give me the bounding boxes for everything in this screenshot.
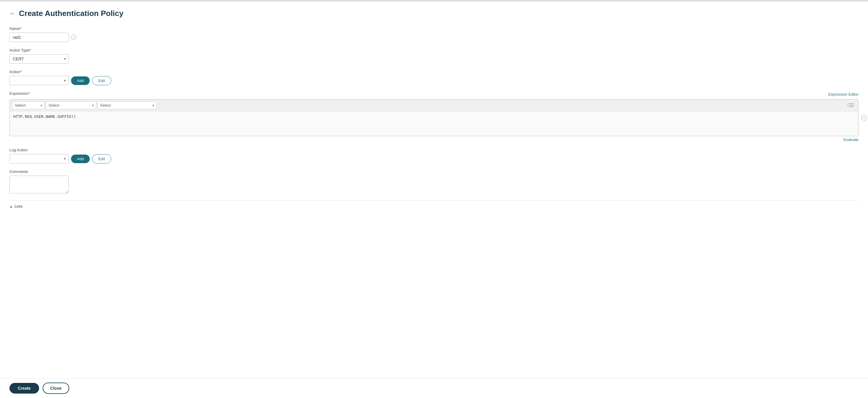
page-wrapper: ← Create Authentication Policy Name* i A…: [0, 0, 868, 398]
page-title: Create Authentication Policy: [19, 9, 123, 18]
expression-info-icon[interactable]: i: [862, 115, 867, 121]
log-action-group: Log Action ▾ Add Edit: [9, 148, 859, 163]
log-action-label: Log Action: [9, 148, 859, 152]
action-group: Action* ▾ Add Edit: [9, 69, 859, 85]
less-arrow-icon: ▲: [9, 205, 13, 208]
name-info-icon[interactable]: i: [71, 35, 76, 40]
name-label: Name*: [9, 26, 859, 31]
name-group: Name* i: [9, 26, 859, 42]
name-input[interactable]: [9, 33, 69, 42]
comments-label: Comments: [9, 170, 859, 174]
expression-outer: Select ▾ Select ▾: [9, 99, 859, 136]
action-type-group: Action Type* CERT RADIUS LDAP LOCAL ▾: [9, 48, 859, 64]
action-type-select-wrapper: CERT RADIUS LDAP LOCAL ▾: [9, 54, 69, 64]
add-log-button[interactable]: Add: [71, 155, 90, 163]
create-button[interactable]: Create: [9, 383, 39, 394]
main-content: ← Create Authentication Policy Name* i A…: [0, 2, 868, 398]
evaluate-link[interactable]: Evaluate: [843, 137, 859, 142]
action-type-label: Action Type*: [9, 48, 859, 53]
expr-select3-wrapper: Select ▾: [97, 101, 157, 109]
expr-select2-wrapper: Select ▾: [46, 101, 96, 109]
action-row: ▾ Add Edit: [9, 76, 859, 85]
back-arrow-icon[interactable]: ←: [9, 10, 16, 18]
footer-bar: Create Close: [0, 378, 868, 398]
action-label: Action*: [9, 69, 859, 74]
expression-clear-button[interactable]: ⌫: [845, 102, 856, 109]
expr-select3[interactable]: Select: [97, 101, 157, 109]
expr-select2[interactable]: Select: [46, 101, 96, 109]
log-action-select[interactable]: [9, 154, 69, 163]
less-label: Less: [14, 204, 23, 209]
expression-required: *: [28, 91, 30, 96]
close-button[interactable]: Close: [43, 382, 69, 394]
action-select[interactable]: [9, 76, 69, 85]
expression-textarea[interactable]: HTTP.REQ.USER.NAME.SUFFIX(): [10, 111, 858, 135]
add-action-button[interactable]: Add: [71, 76, 90, 85]
expr-select1-wrapper: Select ▾: [12, 101, 45, 109]
name-input-row: i: [9, 33, 859, 42]
form-section: Name* i Action Type* CERT RADIUS LDAP LO…: [9, 26, 859, 211]
page-title-row: ← Create Authentication Policy: [9, 9, 859, 18]
action-type-select[interactable]: CERT RADIUS LDAP LOCAL: [9, 54, 69, 64]
expression-section: Expression* Expression Editor Select ▾: [9, 91, 859, 142]
comments-group: Comments: [9, 170, 859, 194]
comments-textarea[interactable]: [9, 176, 69, 193]
expression-builder: Select ▾ Select ▾: [9, 99, 859, 136]
expression-label-row: Expression* Expression Editor: [9, 91, 859, 97]
log-action-row: ▾ Add Edit: [9, 154, 859, 163]
less-row[interactable]: ▲ Less: [9, 200, 859, 211]
expression-label: Expression*: [9, 91, 30, 96]
log-action-select-wrapper: ▾: [9, 154, 69, 163]
expr-select1[interactable]: Select: [12, 101, 45, 109]
evaluate-row: Evaluate: [9, 137, 859, 142]
action-select-wrapper: ▾: [9, 76, 69, 85]
edit-log-button[interactable]: Edit: [92, 154, 111, 163]
edit-action-button[interactable]: Edit: [92, 76, 111, 85]
expression-editor-link[interactable]: Expression Editor: [828, 92, 859, 96]
expression-selects-row: Select ▾ Select ▾: [10, 99, 858, 111]
